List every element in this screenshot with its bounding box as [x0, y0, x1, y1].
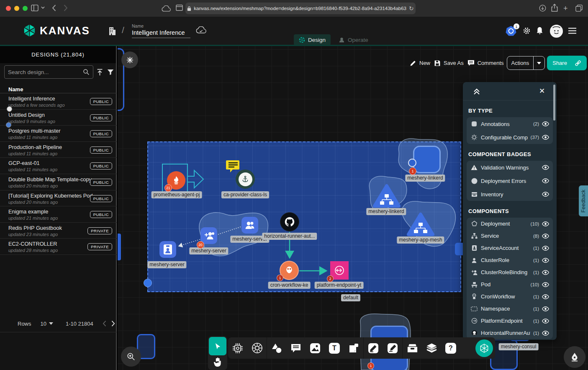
search-box[interactable]	[4, 65, 93, 79]
visibility-badge[interactable]: PUBLIC	[90, 162, 112, 170]
reload-icon[interactable]: ↻	[409, 5, 414, 12]
badge-row-validation-warnings[interactable]: Validation Warnings	[467, 161, 553, 174]
sidebar-toggle-icon[interactable]	[31, 5, 39, 11]
pan-tool-button[interactable]	[213, 357, 222, 367]
new-tab-icon[interactable]: +	[563, 4, 568, 13]
minimize-window-button[interactable]	[14, 6, 19, 11]
badge-row-inventory[interactable]: Inventory	[467, 188, 553, 201]
url-bar[interactable]: kanvas.new/extension/meshmap?mode=design…	[185, 3, 416, 14]
actions-caret[interactable]	[534, 57, 544, 69]
design-name-input[interactable]	[132, 28, 190, 38]
eye-icon[interactable]	[542, 165, 549, 170]
eye-icon[interactable]	[542, 246, 549, 251]
collapse-panel-icon[interactable]	[473, 87, 480, 95]
next-page-icon[interactable]	[111, 321, 115, 326]
visibility-badge[interactable]: PUBLIC	[90, 98, 112, 105]
rows-per-page-caret-icon[interactable]	[49, 322, 53, 325]
note-tool[interactable]	[344, 337, 363, 359]
eye-icon[interactable]	[542, 331, 549, 336]
comment-tool[interactable]	[286, 337, 306, 359]
kubernetes-context-icon[interactable]: 1	[506, 26, 516, 36]
fullscreen-window-button[interactable]	[23, 6, 28, 11]
design-row[interactable]: Production-alt Pipelineupdated 11 minute…	[0, 142, 117, 158]
node-ca-provider[interactable]	[236, 170, 255, 189]
canvas-menu-button[interactable]	[121, 51, 138, 68]
visibility-badge[interactable]: PUBLIC	[90, 114, 112, 121]
eye-icon[interactable]	[542, 221, 549, 226]
component-row-cronworkflow[interactable]: CronWorkflow (1)	[467, 290, 553, 303]
edge-pen-tool[interactable]	[364, 337, 383, 359]
eye-icon[interactable]	[542, 258, 549, 263]
visibility-badge[interactable]: PUBLIC	[90, 211, 112, 218]
component-row-deployment[interactable]: Deployment (10)	[467, 218, 553, 230]
meshery-tool[interactable]	[475, 337, 494, 359]
eye-icon[interactable]	[542, 319, 549, 324]
image-tool[interactable]	[306, 337, 325, 359]
arrow-shape-annotation[interactable]	[187, 170, 203, 188]
downloads-icon[interactable]	[539, 5, 546, 12]
notifications-bell-icon[interactable]	[536, 26, 543, 34]
component-row-namespace[interactable]: Namespace (1)	[467, 303, 553, 315]
selection-handle[interactable]	[144, 279, 152, 287]
design-row[interactable]: [Tutorial] Exploring Kubernetes Podupdat…	[0, 190, 117, 207]
design-row[interactable]: Postgres multi-masterupdated 11 minutes …	[0, 126, 117, 142]
eye-icon[interactable]	[542, 121, 549, 126]
visibility-badge[interactable]: PUBLIC	[90, 146, 112, 154]
close-panel-icon[interactable]: ✕	[539, 87, 545, 95]
panel-scrollbar[interactable]	[553, 85, 555, 121]
eye-icon[interactable]	[542, 192, 549, 197]
tab-design[interactable]: Design	[294, 34, 331, 45]
component-row-service[interactable]: Service (8)	[467, 230, 553, 242]
layers-tool[interactable]	[422, 337, 441, 359]
node-meshery-server-clusterrolebinding[interactable]	[200, 227, 217, 244]
component-row-platformendpoint[interactable]: PlatformEndpoint (1)	[467, 315, 553, 327]
node-horizontal-runner[interactable]	[280, 212, 299, 231]
forward-icon[interactable]	[64, 5, 68, 11]
actions-split-button[interactable]: Actions	[507, 56, 545, 70]
page-settings-icon[interactable]	[176, 5, 183, 11]
icloud-icon[interactable]	[162, 5, 171, 12]
chevron-down-icon[interactable]	[41, 6, 45, 9]
sketch-tool[interactable]	[383, 337, 402, 359]
design-row[interactable]: GCP-east-01updated 11 minutes agoPUBLIC	[0, 158, 117, 174]
mesh-sync-tool[interactable]	[228, 337, 247, 359]
text-tool[interactable]: T	[325, 337, 344, 359]
design-row[interactable]: Redis PHP Guestbookupdated 23 minutes ag…	[0, 223, 117, 239]
node-meshery-linkerd-service[interactable]	[372, 183, 401, 208]
visibility-badge[interactable]: PUBLIC	[90, 130, 112, 137]
pen-mode-button[interactable]	[564, 346, 585, 368]
back-icon[interactable]	[52, 5, 56, 11]
layer-row-configurable-components[interactable]: Configurable Compon (37)	[467, 131, 553, 144]
tab-overview-icon[interactable]	[575, 5, 583, 12]
select-tool-button[interactable]	[209, 337, 226, 355]
share-button[interactable]: Share	[547, 56, 587, 70]
eye-icon[interactable]	[542, 306, 549, 311]
component-row-serviceaccount[interactable]: ServiceAccount (1)	[467, 242, 553, 254]
visibility-badge[interactable]: PUBLIC	[90, 195, 112, 202]
new-button[interactable]: New	[409, 60, 431, 67]
settings-gear-icon[interactable]	[523, 27, 531, 35]
previous-page-icon[interactable]	[103, 321, 106, 326]
tab-operate[interactable]: Operate	[334, 34, 373, 45]
shapes-tool[interactable]	[267, 337, 286, 359]
node-meshery-app-mesh[interactable]	[406, 212, 435, 237]
search-input[interactable]	[8, 69, 83, 75]
organization-icon[interactable]	[108, 26, 116, 36]
design-row[interactable]: Double Bubble Map Template-copyupdated 2…	[0, 174, 117, 190]
component-row-clusterrolebinding[interactable]: ClusterRoleBinding (1)	[467, 266, 553, 278]
drawer-tool[interactable]	[403, 337, 422, 359]
eye-icon[interactable]	[542, 178, 549, 183]
actions-button-label[interactable]: Actions	[507, 57, 534, 69]
component-row-clusterrole[interactable]: ClusterRole (1)	[467, 254, 553, 266]
eye-icon[interactable]	[542, 282, 549, 287]
rows-per-page-value[interactable]: 10	[41, 321, 46, 327]
comments-button[interactable]: Comments	[467, 60, 505, 66]
comment-annotation[interactable]	[226, 159, 240, 173]
avatar[interactable]	[549, 24, 563, 38]
zoom-button[interactable]	[121, 347, 141, 367]
eye-icon[interactable]	[542, 234, 549, 239]
design-row[interactable]: Untitled Designupdated 9 minutes agoPUBL…	[0, 110, 117, 126]
save-as-button[interactable]: Save As	[433, 60, 465, 67]
design-row[interactable]: Enigma exampleupdated 21 minutes agoPUBL…	[0, 206, 117, 223]
layer-row-annotations[interactable]: Annotations (2)	[467, 117, 553, 131]
